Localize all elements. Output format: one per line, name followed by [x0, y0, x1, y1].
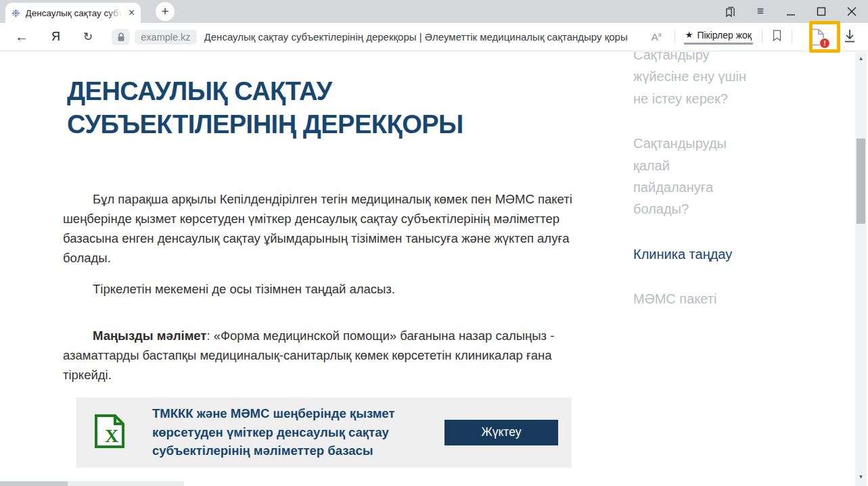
new-tab-button[interactable]: +: [156, 2, 175, 21]
horizontal-scrollbar-thumb[interactable]: [0, 481, 68, 486]
site-security-lock-icon[interactable]: [112, 29, 130, 45]
window-controls: ≡: [723, 0, 859, 23]
toolbar-divider: [792, 30, 792, 43]
sidebar-nav: Сақтандыру жүйесіне ену үшін не істеу ке…: [633, 52, 750, 333]
sidebar-item-insurance-use[interactable]: Сақтандыруды қалай пайдалануға болады?: [633, 132, 750, 220]
toolbar-right-group: Aa ★ Пікірлер жоқ !: [652, 28, 859, 46]
reviews-label: Пікірлер жоқ: [697, 30, 752, 41]
downloads-icon[interactable]: [844, 29, 856, 45]
vertical-scrollbar-thumb[interactable]: [856, 139, 865, 224]
reviews-button[interactable]: ★ Пікірлер жоқ: [684, 30, 753, 45]
address-bar-page-title[interactable]: Денсаулық сақтау субъектілерінің дерекқо…: [204, 31, 652, 43]
toolbar-divider: [675, 30, 675, 43]
alert-badge: !: [819, 38, 830, 49]
excel-file-icon: X: [93, 414, 127, 452]
reload-button[interactable]: ↻: [83, 30, 93, 44]
page-viewport: ДЕНСАУЛЫҚ САҚТАУ СУБЪЕКТІЛЕРІНІҢ ДЕРЕКҚО…: [0, 52, 868, 486]
back-button[interactable]: ←: [15, 29, 28, 45]
address-domain[interactable]: example.kz: [135, 30, 196, 45]
tab-close-icon[interactable]: ×: [129, 7, 135, 18]
tab-title: Денсаулық сақтау субъ: [26, 7, 122, 19]
site-favicon-icon: ❉: [12, 8, 20, 18]
browser-toolbar: ← Я ↻ example.kz Денсаулық сақтау субъек…: [0, 23, 868, 51]
yandex-logo-icon[interactable]: Я: [51, 30, 60, 44]
download-card: X ТМККК және МӘМС шеңберінде қызмет көрс…: [76, 397, 572, 468]
download-description: ТМККК және МӘМС шеңберінде қызмет көрсет…: [152, 404, 404, 460]
scroll-down-icon[interactable]: ▼: [855, 474, 867, 480]
intro-paragraph: Бұл парақша арқылы Кепілдендірілген тегі…: [63, 189, 578, 268]
bookmark-icon[interactable]: [771, 29, 783, 45]
important-paragraph: Маңызды мәлімет: «Форма медицинской помо…: [63, 326, 578, 385]
tab-bar: ❉ Денсаулық сақтау субъ × + ≡: [0, 0, 868, 23]
translate-icon[interactable]: Aa: [652, 31, 662, 43]
register-paragraph: Тіркелетін мекемені де осы тізімнен таңд…: [63, 279, 578, 299]
scroll-up-icon[interactable]: ▲: [855, 55, 867, 62]
bookmarks-panel-icon[interactable]: [723, 5, 737, 18]
toolbar-divider: [762, 30, 762, 43]
minimize-icon[interactable]: [784, 5, 798, 18]
svg-text:X: X: [105, 425, 118, 446]
close-window-icon[interactable]: [845, 5, 859, 18]
sidebar-item-clinic-select[interactable]: Клиника таңдау: [633, 243, 750, 265]
sidebar-item-insurance-enter[interactable]: Сақтандыру жүйесіне ену үшін не істеу ке…: [633, 52, 750, 110]
page-heading: ДЕНСАУЛЫҚ САҚТАУ СУБЪЕКТІЛЕРІНІҢ ДЕРЕКҚО…: [67, 75, 547, 142]
menu-icon[interactable]: ≡: [754, 5, 767, 18]
important-label: Маңызды мәлімет: [93, 329, 206, 343]
download-file-button[interactable]: Жүктеу: [444, 420, 558, 445]
page-info-alert-button[interactable]: !: [809, 28, 825, 46]
tab-title-fade: [107, 7, 122, 19]
vertical-scrollbar[interactable]: ▲ ▼: [855, 52, 867, 486]
horizontal-scrollbar-track: [68, 481, 184, 486]
star-icon: ★: [685, 30, 693, 40]
browser-tab[interactable]: ❉ Денсаулық сақтау субъ ×: [5, 3, 141, 23]
sidebar-item-mams-package[interactable]: МӘМС пакеті: [633, 288, 750, 310]
main-content: ДЕНСАУЛЫҚ САҚТАУ СУБЪЕКТІЛЕРІНІҢ ДЕРЕКҚО…: [63, 52, 578, 468]
maximize-icon[interactable]: [815, 5, 828, 18]
